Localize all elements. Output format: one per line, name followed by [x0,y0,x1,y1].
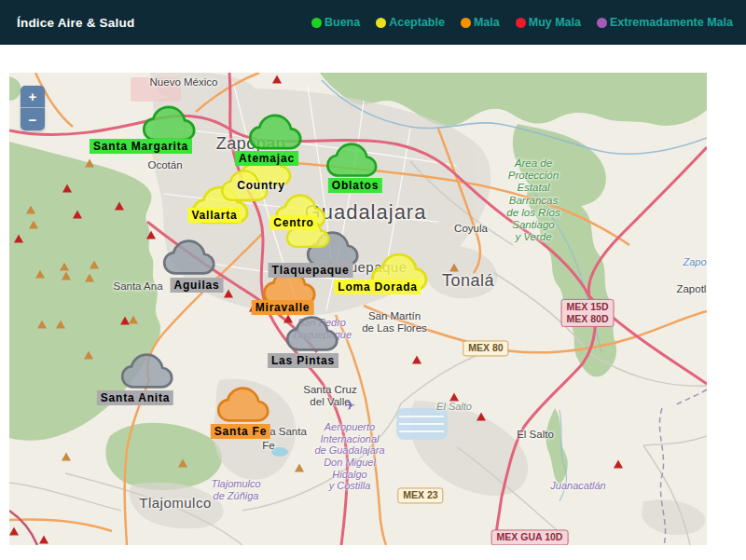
place-label-ocota-n: Ocotán [147,159,182,171]
station-label-las-pintas[interactable]: Las Pintas [268,353,338,368]
legend-label: Aceptable [389,16,445,29]
station-cloud-oblatos[interactable] [325,142,378,179]
legend-dot-muy-mala [516,18,526,28]
peak-icon [62,453,71,461]
peak-icon [85,159,94,168]
road-shield-mex-15d-mex-80d: MEX 15DMEX 80D [561,299,615,327]
place-label-juanacatla-n: Juanacatlán [550,480,605,492]
peak-icon [178,459,187,468]
place-label-a-santa: a Santa [269,426,307,438]
station-cloud-aguilas[interactable] [162,239,215,277]
station-label-loma-dorada[interactable]: Loma Dorada [334,280,421,294]
station-label-oblatos[interactable]: Oblatos [328,178,382,193]
place-label-tonala: Tonalá [442,271,494,291]
airport-plane-icon: ✈ [344,398,355,413]
station-label-country[interactable]: Country [233,178,289,193]
peak-icon [73,211,82,219]
station-label-vallarta[interactable]: Vallarta [187,208,241,223]
legend-dot-buena [311,18,322,28]
peak-icon [26,206,35,214]
station-label-atemajac[interactable]: Atemajac [235,151,298,166]
road-shield-mex-23: MEX 23 [397,487,443,503]
legend-label: Mala [474,16,500,29]
legend-item-extremadamente-mala: Extremadamente Mala [597,16,733,29]
legend-item-mala: Mala [461,16,500,29]
peak-icon [412,356,421,364]
legend-label: Extremadamente Mala [610,16,733,29]
peak-icon [84,351,93,360]
peak-icon [85,274,94,282]
place-label-fe: Fe [262,440,274,452]
station-label-miravalle[interactable]: Miravalle [252,300,314,315]
place-label-aeropuerto: AeropuertoInternacionalde GuadalajaraDon… [314,421,384,492]
place-label-zapo: Zapo [683,256,706,268]
station-cloud-santa-margarita[interactable] [142,104,196,143]
station-cloud-atemajac[interactable] [248,113,302,152]
peak-icon [14,235,23,243]
station-label-santa-margarita[interactable]: Santa Margarita [90,139,192,154]
place-label-zapotlane: Zapotlane [676,283,707,295]
peak-icon [62,272,71,280]
station-label-centro[interactable]: Centro [269,215,317,230]
legend-label: Buena [325,16,360,29]
place-label-nuevo-me-xico: Nuevo México [150,76,218,89]
station-cloud-santa-fe[interactable] [216,386,269,424]
peak-icon [9,527,19,536]
peak-icon [224,290,233,298]
map[interactable]: + − Santa MargaritaAtemajacOblatosCountr… [9,73,707,545]
station-label-tlaquepaque[interactable]: Tlaquepaque [269,263,353,278]
peak-icon [146,231,156,239]
legend-item-muy-mala: Muy Mala [516,16,581,29]
header-bar: Índice Aire & Salud BuenaAceptableMalaMu… [0,0,746,45]
zoom-in-button[interactable]: + [21,86,45,108]
place-label-santa-ana: Santa Ana [113,280,162,293]
legend-dot-extremadamente-mala [597,18,607,28]
station-label-santa-fe[interactable]: Santa Fe [211,424,270,439]
place-label-tlajomulco: Tlajomulcode Zúñiga [211,478,260,501]
peak-icon [614,460,623,469]
road-shield-mex-gua-10d: MEX GUA 10D [491,529,569,545]
peak-icon [272,75,282,84]
road-shield-mex-80: MEX 80 [463,340,508,356]
air-quality-app: Índice Aire & Salud BuenaAceptableMalaMu… [0,0,746,560]
place-label-el-salto: El Salto [436,401,472,413]
station-label-aguilas[interactable]: Aguilas [171,278,224,293]
peak-icon [90,261,99,269]
place-label-san-marti-n: San Martínde Las Flores [362,310,427,335]
place-label-a-rea-de: Área deProtecciónEstatalBarrancasde los … [506,157,560,244]
place-label-el-salto: El Salto [517,429,554,441]
peak-icon [35,270,45,279]
zoom-out-button[interactable]: − [21,108,45,130]
zoom-control: + − [21,86,45,130]
legend-dot-aceptable [376,18,386,28]
peak-icon [295,464,304,472]
peak-icon [39,536,48,544]
legend-item-buena: Buena [311,16,360,29]
legend-label: Muy Mala [529,16,581,29]
legend-dot-mala [461,18,471,28]
peak-icon [115,202,124,211]
peak-icon [129,316,138,324]
legend-item-aceptable: Aceptable [376,16,445,29]
station-cloud-santa-anita[interactable] [120,352,173,390]
legend: BuenaAceptableMalaMuy MalaExtremadamente… [311,16,733,29]
place-label-coyula: Coyula [454,223,488,235]
place-label-tlajomulco: Tlajomulco [139,495,212,511]
app-title: Índice Aire & Salud [17,16,134,30]
station-label-santa-anita[interactable]: Santa Anita [97,390,173,405]
peak-icon [37,321,47,329]
peak-icon [60,263,69,271]
station-cloud-las-pintas[interactable] [285,315,338,353]
peak-icon [56,321,65,329]
peak-icon [62,184,72,193]
peak-icon [477,413,486,421]
peak-icon [29,221,38,229]
